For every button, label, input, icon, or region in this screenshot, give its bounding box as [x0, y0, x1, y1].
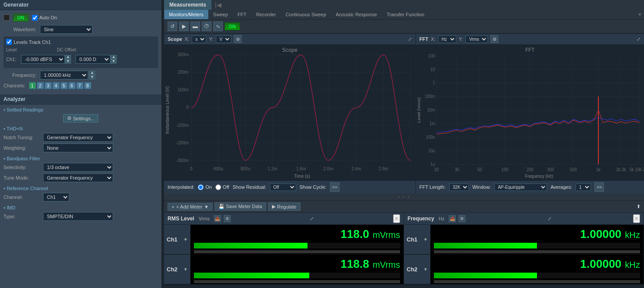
fft-length-select[interactable]: 32K8K16K64K [449, 184, 469, 191]
svg-text:400u: 400u [213, 166, 223, 171]
ch-btn-6[interactable]: 6 [68, 82, 75, 89]
tab-fft[interactable]: FFT [233, 10, 251, 19]
interpolated-on-radio[interactable]: On [198, 184, 212, 190]
on-button[interactable]: ON [13, 14, 29, 22]
ch-btn-2[interactable]: 2 [37, 82, 44, 89]
ch-btn-8[interactable]: 8 [84, 82, 91, 89]
collapse-icon[interactable]: ▼ [636, 10, 644, 19]
frequency-label: Frequency: [4, 72, 36, 78]
settings-button[interactable]: ⚙ Settings... [63, 114, 99, 122]
fft-x-select[interactable]: Hz [438, 36, 456, 43]
dc-down-btn[interactable]: ▼ [111, 59, 117, 64]
selectivity-select[interactable]: 1/3 octave1 octave [43, 163, 113, 172]
rms-ch2-bar [194, 273, 309, 278]
level-up-btn[interactable]: ▲ [65, 55, 71, 59]
ch-btn-1[interactable]: 1 [29, 82, 36, 89]
scope-x-label: X: [185, 36, 189, 42]
scope-y-select[interactable]: V [216, 36, 231, 43]
wave-btn[interactable]: ∿ [213, 22, 223, 31]
rms-ch2-value: 118.8 [194, 257, 369, 271]
scope-expand-btn[interactable]: ⤢ [408, 36, 412, 42]
analyzer-header: Analyzer [0, 94, 161, 104]
freq-ch1-bar-gray [434, 250, 640, 253]
fft-next-btn[interactable]: >> [594, 182, 604, 192]
rms-ch1-arrow[interactable]: ▼ [183, 237, 188, 242]
freq-down-btn[interactable]: ▼ [89, 75, 95, 79]
ch-btn-3[interactable]: 3 [45, 82, 52, 89]
fft-averages-select[interactable]: 124 [576, 184, 591, 191]
generator-header: Generator [0, 0, 161, 10]
tune-mode-select[interactable]: Generator Frequency [43, 173, 113, 182]
rms-ch1-bar [194, 243, 308, 248]
rms-ch1-unit: mVrms [372, 230, 400, 240]
freq-up-btn[interactable]: ▲ [89, 71, 95, 75]
tab-sweep[interactable]: Sweep [208, 10, 233, 19]
fft-y-select[interactable]: Vrms [465, 36, 488, 43]
rms-ch1-display: 118.0 mVrms [190, 225, 404, 254]
tab-acoustic-response[interactable]: Acoustic Response [331, 10, 382, 19]
freq-settings-btn[interactable]: ⚙ [458, 215, 465, 222]
bar-btn[interactable]: ▬ [190, 22, 200, 31]
show-residual-select[interactable]: OffOn [270, 184, 296, 191]
svg-text:2.0m: 2.0m [323, 166, 333, 171]
dc-up-btn[interactable]: ▲ [111, 55, 117, 59]
frequency-select[interactable]: 1.00000 kHz [40, 71, 88, 79]
fft-settings-btn[interactable]: ⚙ [490, 35, 498, 43]
clock-btn[interactable]: ⏱ [202, 22, 211, 31]
add-meter-btn[interactable]: + + Add Meter ▼ [168, 203, 213, 211]
ref-channel-section: • Reference Channel Channel: Ch1Ch2 [4, 186, 158, 202]
ch-btn-5[interactable]: 5 [61, 82, 68, 89]
interpolated-off-radio[interactable]: Off [215, 184, 229, 190]
ch-btn-4[interactable]: 4 [53, 82, 60, 89]
regulate-btn[interactable]: ▶ Regulate [268, 202, 301, 211]
notch-tuning-select[interactable]: Generator FrequencyFixed [43, 133, 113, 142]
fft-footer: FFT Length: 32K8K16K64K Window: AP-Equir… [416, 180, 644, 193]
run-btn[interactable]: ▶ [179, 22, 189, 31]
channel-select[interactable]: Ch1Ch2 [43, 193, 69, 202]
tab-recorder[interactable]: Recorder [251, 10, 281, 19]
dc-offset-select[interactable]: 0.000 D [75, 55, 111, 64]
save-meter-btn[interactable]: 💾 Save Meter Data [215, 202, 266, 211]
rms-ch2-row: Ch2 ▼ 118.8 mVrms [164, 255, 404, 284]
freq-close-btn[interactable]: ✕ [633, 214, 640, 223]
levels-track-checkbox[interactable] [6, 39, 12, 45]
panel-split-icon[interactable]: |◀ [215, 1, 222, 8]
scope-x-select[interactable]: s [192, 36, 206, 43]
auto-on-checkbox[interactable] [32, 15, 38, 21]
show-cycle-btn[interactable]: >> [330, 182, 340, 192]
analyzer-section: • Settled Readings ⚙ Settings... • THD+N… [0, 104, 161, 288]
rms-ch1-name: Ch1 [167, 236, 178, 243]
level-select[interactable]: -0.000 dBFS [21, 55, 65, 64]
ch-btn-7[interactable]: 7 [76, 82, 83, 89]
rms-expand-btn[interactable]: ⤢ [310, 216, 314, 222]
tab-monitors-meters[interactable]: Monitors/Meters [164, 10, 208, 19]
auto-on-check[interactable]: Auto On [32, 15, 57, 21]
fft-x-label: X: [431, 36, 435, 42]
tab-transfer-function[interactable]: Transfer Function [382, 10, 429, 19]
rms-ch2-arrow[interactable]: ▼ [183, 267, 188, 272]
level-down-btn[interactable]: ▼ [65, 59, 71, 64]
fft-window-select[interactable]: AP-EquirippleHann [494, 184, 547, 191]
on-green-button[interactable]: ON [225, 22, 240, 30]
scope-settings-btn[interactable]: ⚙ [234, 35, 242, 43]
freq-expand-btn[interactable]: ⤢ [547, 216, 551, 222]
imd-type-select[interactable]: SMPTE/DINCCIF/ITU [43, 212, 113, 221]
weighting-select[interactable]: NoneA-weighting [43, 144, 113, 152]
freq-channels: Ch1 ▼ 1.00000 kHz [404, 225, 644, 288]
freq-ch1-arrow[interactable]: ▼ [423, 237, 428, 242]
freq-export-btn[interactable]: 📤 [449, 215, 456, 222]
fft-expand-btn[interactable]: ⤢ [637, 36, 640, 42]
rms-settings-btn[interactable]: ⚙ [224, 215, 231, 222]
pullup-handle[interactable]: • • • [164, 193, 644, 200]
tab-continuous-sweep[interactable]: Continuous Sweep [281, 10, 331, 19]
rms-close-btn[interactable]: ✕ [393, 214, 400, 223]
rms-export-btn[interactable]: 📤 [214, 215, 221, 222]
dc-offset-spinbox[interactable]: 0.000 D ▲ ▼ [75, 55, 117, 64]
tabs-row: Monitors/Meters Sweep FFT Recorder Conti… [164, 10, 644, 20]
svg-text:10u: 10u [428, 148, 435, 153]
waveform-select[interactable]: SineSquareTriangle [40, 25, 93, 34]
level-spinbox[interactable]: -0.000 dBFS ▲ ▼ [21, 55, 71, 64]
thd-n-title: • THD+N [4, 126, 158, 131]
freq-ch2-arrow[interactable]: ▼ [423, 267, 428, 272]
reset-btn[interactable]: ↺ [168, 22, 177, 31]
